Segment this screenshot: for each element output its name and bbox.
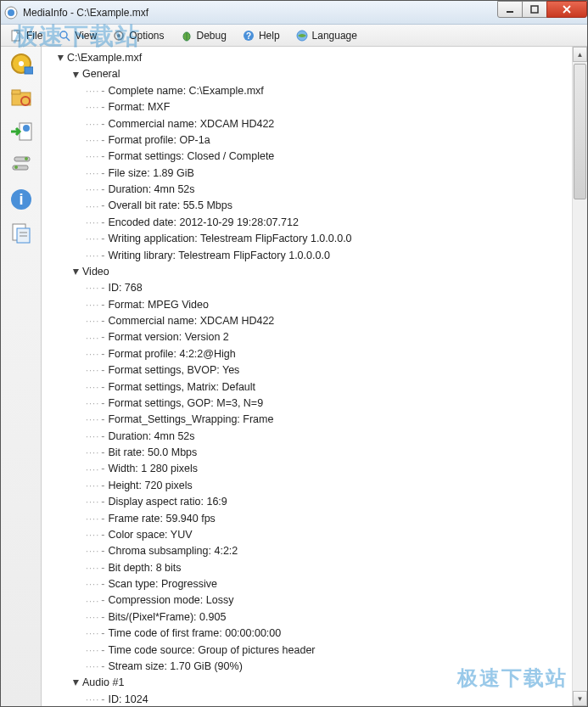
tree-leaf[interactable]: ····-Color space: YUV [43, 527, 570, 543]
tree-leaf[interactable]: ····-Chroma subsampling: 4:2:2 [43, 543, 570, 559]
tree-leaf[interactable]: ····-Format: MPEG Video [43, 297, 570, 313]
tree-leaf[interactable]: ····-Format: MXF [43, 99, 570, 115]
tree-leaf[interactable]: ····-Bit depth: 8 bits [43, 560, 570, 576]
leaf-bullet: - [101, 560, 104, 576]
tree-leaf-label: Duration: 4mn 52s [108, 182, 194, 198]
scroll-down-button[interactable]: ▼ [573, 691, 587, 706]
vertical-scrollbar[interactable]: ▲ ▼ [572, 47, 587, 706]
tree-section[interactable]: General [43, 66, 570, 82]
tree-leaf[interactable]: ····-Format version: Version 2 [43, 329, 570, 345]
tool-document-icon[interactable] [8, 220, 35, 247]
tree-leaf[interactable]: ····-Frame rate: 59.940 fps [43, 511, 570, 527]
expand-toggle[interactable] [70, 267, 81, 278]
tree-leaf[interactable]: ····-Encoded date: 2012-10-29 19:28:07.7… [43, 215, 570, 231]
tree-section[interactable]: Audio #1 [43, 675, 570, 691]
svg-point-23 [23, 125, 30, 132]
tree-leaf[interactable]: ····-Bit rate: 50.0 Mbps [43, 445, 570, 461]
tree-leaf-label: File size: 1.89 GiB [108, 166, 193, 182]
tool-media-icon[interactable] [8, 50, 35, 77]
menu-label: File [26, 30, 42, 42]
tree-leaf[interactable]: ····-Format settings, BVOP: Yes [43, 362, 570, 379]
tree-leaf-label: Format_Settings_Wrapping: Frame [108, 412, 273, 428]
tree-leaf[interactable]: ····-Format profile: OP-1a [43, 132, 570, 149]
expand-toggle[interactable] [70, 678, 81, 688]
close-button[interactable] [546, 1, 587, 18]
scroll-up-button[interactable]: ▲ [573, 47, 587, 62]
tree-leaf[interactable]: ····-ID: 768 [43, 280, 570, 296]
tree-view[interactable]: C:\Example.mxfGeneral····-Complete name:… [42, 47, 572, 706]
tree-leaf[interactable]: ····-Commercial name: XDCAM HD422 [43, 116, 570, 132]
tree-leaf[interactable]: ····-Overall bit rate: 55.5 Mbps [43, 198, 570, 214]
tree-leaf-label: Commercial name: XDCAM HD422 [108, 313, 274, 329]
tree-leaf[interactable]: ····-Format settings: Closed / Complete [43, 149, 570, 165]
tree-leaf[interactable]: ····-Scan type: Progressive [43, 576, 570, 592]
tree-leaf[interactable]: ····-Width: 1 280 pixels [43, 461, 570, 477]
menu-label: Language [312, 30, 357, 42]
tree-leaf-label: Format version: Version 2 [108, 329, 228, 345]
tree-leaf[interactable]: ····-Commercial name: XDCAM HD422 [43, 313, 570, 329]
tree-leaf-label: Compression mode: Lossy [108, 592, 233, 609]
expand-toggle[interactable] [70, 70, 81, 80]
tree-leaf-label: Format settings: Closed / Complete [108, 149, 274, 165]
leaf-bullet: - [101, 149, 104, 165]
leaf-bullet: - [101, 132, 104, 149]
tree-leaf[interactable]: ····-Writing library: Telestream FlipFac… [43, 248, 570, 264]
tree-leaf[interactable]: ····-Stream size: 1.70 GiB (90%) [43, 659, 570, 675]
menu-label: Options [129, 30, 164, 42]
leaf-bullet: - [101, 116, 104, 132]
tree-leaf-label: Format profile: OP-1a [108, 132, 210, 149]
tree-leaf[interactable]: ····-Display aspect ratio: 16:9 [43, 494, 570, 510]
tree-guide: ···· [86, 479, 99, 493]
tree-leaf[interactable]: ····-Compression mode: Lossy [43, 592, 570, 609]
leaf-bullet: - [101, 280, 104, 296]
tree-leaf-label: Bit rate: 50.0 Mbps [108, 445, 197, 461]
titlebar[interactable]: MediaInfo - C:\Example.mxf [1, 1, 587, 25]
menu-file[interactable]: File [6, 27, 46, 44]
tree-leaf[interactable]: ····-Writing application: Telestream Fli… [43, 231, 570, 247]
scroll-track[interactable] [573, 62, 587, 691]
tree-leaf[interactable]: ····-Time code source: Group of pictures… [43, 642, 570, 659]
tree-guide: ···· [86, 643, 99, 658]
tree-guide: ···· [86, 528, 99, 542]
scroll-thumb[interactable] [574, 64, 586, 199]
tree-leaf[interactable]: ····-Duration: 4mn 52s [43, 429, 570, 445]
tree-guide: ···· [86, 495, 99, 509]
tree-leaf[interactable]: ····-Complete name: C:\Example.mxf [43, 83, 570, 99]
tree-guide: ···· [86, 659, 99, 674]
tree-leaf[interactable]: ····-ID: 1024 [43, 692, 570, 706]
leaf-bullet: - [101, 362, 104, 379]
tree-guide: ···· [86, 446, 99, 460]
tree-leaf[interactable]: ····-Format profile: 4:2:2@High [43, 346, 570, 362]
tree-leaf[interactable]: ····-Bits/(Pixel*Frame): 0.905 [43, 609, 570, 626]
tree-root[interactable]: C:\Example.mxf [43, 50, 570, 66]
tool-settings-icon[interactable] [8, 152, 35, 179]
menu-options[interactable]: Options [109, 27, 167, 44]
tree-leaf[interactable]: ····-Time code of first frame: 00:00:00:… [43, 626, 570, 642]
tool-export-icon[interactable] [8, 118, 35, 145]
tool-folder-icon[interactable] [8, 84, 35, 111]
maximize-button[interactable] [522, 1, 547, 18]
tree-leaf[interactable]: ····-Format_Settings_Wrapping: Frame [43, 412, 570, 428]
tree-leaf-label: Format profile: 4:2:2@High [108, 346, 235, 362]
tree-guide: ···· [86, 396, 99, 411]
leaf-bullet: - [101, 99, 104, 115]
menu-help[interactable]: ? Help [238, 27, 283, 44]
leaf-bullet: - [101, 83, 104, 99]
leaf-bullet: - [101, 198, 104, 214]
menu-language[interactable]: Language [292, 27, 361, 44]
menu-debug[interactable]: Debug [176, 27, 230, 44]
tree-leaf[interactable]: ····-Format settings, GOP: M=3, N=9 [43, 396, 570, 412]
minimize-button[interactable] [497, 1, 523, 18]
tool-info-icon[interactable]: i [8, 186, 35, 213]
tree-guide: ···· [86, 182, 99, 197]
tree-leaf[interactable]: ····-Format settings, Matrix: Default [43, 379, 570, 396]
svg-rect-18 [25, 67, 33, 74]
tree-leaf[interactable]: ····-File size: 1.89 GiB [43, 166, 570, 182]
svg-marker-34 [58, 55, 64, 61]
tree-leaf[interactable]: ····-Height: 720 pixels [43, 478, 570, 494]
tree-leaf[interactable]: ····-Duration: 4mn 52s [43, 182, 570, 198]
tree-section[interactable]: Video [43, 264, 570, 280]
tree-guide: ···· [86, 133, 99, 148]
expand-toggle[interactable] [55, 53, 65, 64]
menu-view[interactable]: View [54, 27, 100, 44]
